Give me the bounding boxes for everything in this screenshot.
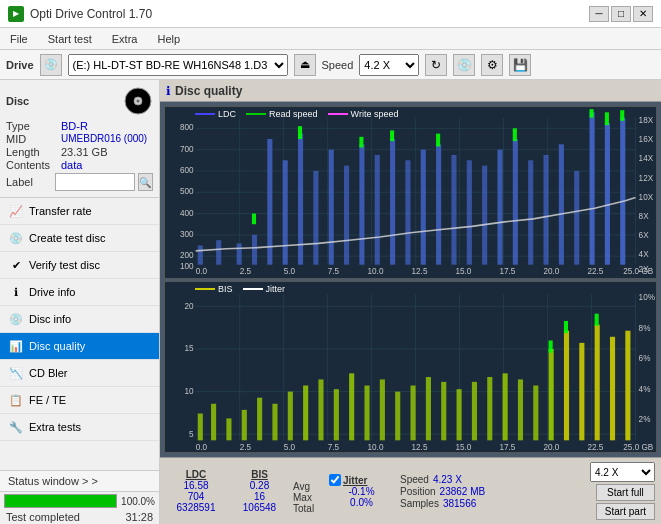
menu-file[interactable]: File: [4, 32, 34, 46]
titlebar-controls[interactable]: ─ □ ✕: [589, 6, 653, 22]
legend-jitter: Jitter: [243, 284, 286, 294]
menu-extra[interactable]: Extra: [106, 32, 144, 46]
speed-select[interactable]: 4.2 X: [359, 54, 419, 76]
samples-value: 381566: [443, 498, 476, 509]
refresh-icon[interactable]: ↻: [425, 54, 447, 76]
type-value: BD-R: [61, 120, 88, 132]
save-icon[interactable]: 💾: [509, 54, 531, 76]
svg-rect-54: [513, 128, 517, 141]
svg-text:800: 800: [180, 122, 194, 132]
svg-rect-116: [426, 376, 431, 439]
svg-text:20.0: 20.0: [543, 266, 559, 276]
svg-text:8%: 8%: [639, 322, 651, 333]
minimize-button[interactable]: ─: [589, 6, 609, 22]
drive-select[interactable]: (E:) HL-DT-ST BD-RE WH16NS48 1.D3: [68, 54, 288, 76]
svg-text:300: 300: [180, 229, 194, 239]
stats-bis-total: 106548: [232, 502, 287, 513]
svg-text:6X: 6X: [639, 230, 649, 240]
svg-rect-24: [252, 235, 257, 265]
svg-rect-29: [329, 150, 334, 265]
svg-text:15.0: 15.0: [456, 441, 472, 452]
svg-rect-51: [359, 137, 363, 148]
jitter-checkbox[interactable]: [329, 474, 341, 486]
svg-text:10X: 10X: [639, 192, 654, 202]
status-window-button[interactable]: Status window > >: [0, 471, 159, 491]
titlebar: ▶ Opti Drive Control 1.70 ─ □ ✕: [0, 0, 661, 28]
start-part-button[interactable]: Start part: [596, 503, 655, 520]
svg-rect-52: [390, 130, 394, 141]
sidebar-item-fe-te[interactable]: 📋 FE / TE: [0, 387, 159, 414]
label-input[interactable]: [55, 173, 135, 191]
svg-rect-111: [349, 373, 354, 440]
chart-bis: BIS Jitter: [164, 281, 657, 454]
svg-rect-36: [436, 144, 441, 264]
status-window-label: Status window > >: [8, 475, 98, 487]
svg-text:500: 500: [180, 186, 194, 196]
speed-select-stats[interactable]: 4.2 X: [590, 462, 655, 482]
svg-rect-47: [605, 123, 610, 265]
jitter-check-row[interactable]: Jitter: [329, 474, 394, 486]
close-button[interactable]: ✕: [633, 6, 653, 22]
start-full-button[interactable]: Start full: [596, 484, 655, 501]
read-speed-legend-label: Read speed: [269, 109, 318, 119]
svg-text:5: 5: [189, 428, 194, 439]
position-value: 23862 MB: [440, 486, 486, 497]
svg-rect-120: [487, 376, 492, 439]
svg-text:7.5: 7.5: [328, 441, 339, 452]
legend-bis: BIS: [195, 284, 233, 294]
status-time: 31:28: [125, 511, 153, 523]
svg-text:0.0: 0.0: [196, 441, 207, 452]
svg-rect-115: [411, 385, 416, 440]
main-layout: Disc Type BD-R MID UMEBDR016 (000) Lengt…: [0, 80, 661, 524]
jitter-avg: -0.1%: [329, 486, 394, 497]
status-bar: Status window > > 100.0% Test completed …: [0, 470, 159, 524]
maximize-button[interactable]: □: [611, 6, 631, 22]
menubar: File Start test Extra Help: [0, 28, 661, 50]
disc-panel: Disc Type BD-R MID UMEBDR016 (000) Lengt…: [0, 80, 159, 198]
titlebar-left: ▶ Opti Drive Control 1.70: [8, 6, 152, 22]
svg-rect-22: [216, 240, 221, 265]
settings-icon[interactable]: ⚙: [481, 54, 503, 76]
bis-legend-dot: [195, 288, 215, 290]
sidebar-item-disc-quality[interactable]: 📊 Disc quality: [0, 333, 159, 360]
chart1-legend: LDC Read speed Write speed: [195, 109, 398, 119]
sidebar-item-drive-info[interactable]: ℹ Drive info: [0, 279, 159, 306]
legend-ldc: LDC: [195, 109, 236, 119]
status-text: Test completed: [6, 511, 80, 523]
extra-tests-icon: 🔧: [8, 419, 24, 435]
svg-rect-118: [457, 389, 462, 440]
svg-rect-113: [380, 379, 385, 440]
sidebar-item-extra-tests[interactable]: 🔧 Extra tests: [0, 414, 159, 441]
create-test-label: Create test disc: [29, 232, 105, 244]
stats-bis-avg: 0.28: [232, 480, 287, 491]
contents-value: data: [61, 159, 82, 171]
disc-length-row: Length 23.31 GB: [6, 146, 153, 158]
label-button[interactable]: 🔍: [138, 173, 153, 191]
disc-icon[interactable]: 💿: [453, 54, 475, 76]
svg-rect-107: [288, 391, 293, 440]
svg-rect-39: [482, 166, 487, 265]
eject-button[interactable]: ⏏: [294, 54, 316, 76]
samples-label: Samples: [400, 498, 439, 509]
disc-contents-row: Contents data: [6, 159, 153, 171]
svg-rect-108: [303, 385, 308, 440]
sidebar-item-cd-bler[interactable]: 📉 CD Bler: [0, 360, 159, 387]
svg-rect-33: [390, 139, 395, 265]
svg-rect-130: [549, 340, 553, 352]
menu-help[interactable]: Help: [151, 32, 186, 46]
sidebar-item-create-test[interactable]: 💿 Create test disc: [0, 225, 159, 252]
content-header: ℹ Disc quality: [160, 80, 661, 102]
mid-value: UMEBDR016 (000): [61, 133, 147, 145]
svg-text:12.5: 12.5: [412, 266, 428, 276]
app-icon: ▶: [8, 6, 24, 22]
start-controls: 4.2 X Start full Start part: [590, 462, 655, 520]
menu-start-test[interactable]: Start test: [42, 32, 98, 46]
sidebar-item-transfer-rate[interactable]: 📈 Transfer rate: [0, 198, 159, 225]
create-test-icon: 💿: [8, 230, 24, 246]
sidebar-item-verify-test[interactable]: ✔ Verify test disc: [0, 252, 159, 279]
sidebar-item-disc-info[interactable]: 💿 Disc info: [0, 306, 159, 333]
read-speed-legend-dot: [246, 113, 266, 115]
chart2-svg: 20 15 10 5 10% 8% 6% 4% 2% 0.0 2.5 5.0 7…: [165, 282, 656, 453]
svg-rect-28: [313, 171, 318, 265]
contents-label: Contents: [6, 159, 61, 171]
